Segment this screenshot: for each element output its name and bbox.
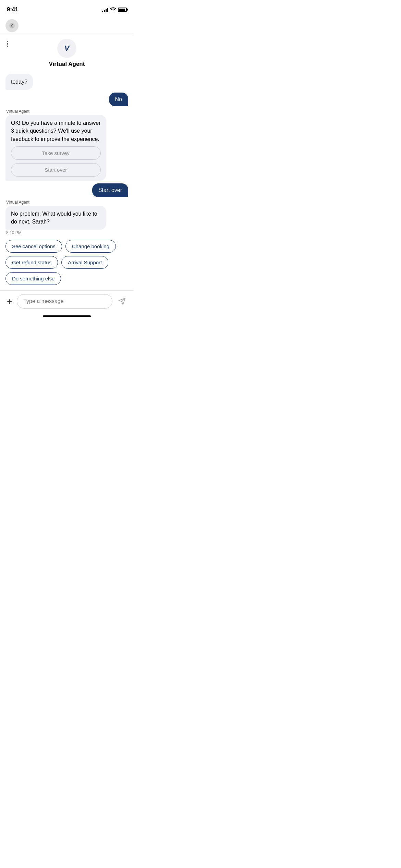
home-indicator [0,313,134,321]
back-row [0,16,134,34]
agent-label-1: Virtual Agent [6,109,128,114]
agent-text-2: No problem. What would you like to do ne… [11,211,97,225]
agent-message-group-1: Virtual Agent OK! Do you have a minute t… [5,109,128,181]
agent-message-group-2: Virtual Agent No problem. What would you… [5,200,128,235]
back-button[interactable] [5,19,19,32]
chip-do-something-else[interactable]: Do something else [5,272,61,285]
battery-icon [118,8,127,12]
status-bar: 9:41 [0,0,134,16]
message-input[interactable] [17,294,112,309]
status-icons [102,7,127,12]
chip-see-cancel-options[interactable]: See cancel options [5,240,62,253]
menu-button[interactable] [5,39,10,48]
agent-name: Virtual Agent [49,61,85,68]
user-message-1: No [109,93,128,106]
agent-bubble-2: No problem. What would you like to do ne… [5,206,106,230]
add-button[interactable]: + [5,296,13,306]
svg-point-0 [9,23,15,28]
chip-change-booking[interactable]: Change booking [65,240,116,253]
partial-message-bubble: today? [5,74,33,90]
message-timestamp: 8:10 PM [6,230,128,235]
agent-label-2: Virtual Agent [6,200,128,205]
chat-area: today? No Virtual Agent OK! Do you have … [0,71,134,290]
home-bar [43,315,91,317]
take-survey-option[interactable]: Take survey [11,146,101,160]
agent-avatar: V [57,39,76,58]
send-button[interactable] [116,295,128,308]
agent-text-1: OK! Do you have a minute to answer 3 qui… [11,120,100,142]
input-bar: + [0,290,134,313]
wifi-icon [110,7,116,12]
status-time: 9:41 [7,6,18,13]
chat-header: V Virtual Agent [0,34,134,71]
start-over-option[interactable]: Start over [11,163,101,177]
signal-icon [102,7,108,12]
agent-bubble-1: OK! Do you have a minute to answer 3 qui… [5,115,106,181]
chip-arrival-support[interactable]: Arrival Support [61,256,108,269]
avatar-letter: V [64,44,70,53]
user-message-2: Start over [92,183,128,197]
chip-get-refund-status[interactable]: Get refund status [5,256,58,269]
partial-message-text: today? [11,79,27,85]
quick-reply-chips: See cancel options Change booking Get re… [5,238,128,286]
